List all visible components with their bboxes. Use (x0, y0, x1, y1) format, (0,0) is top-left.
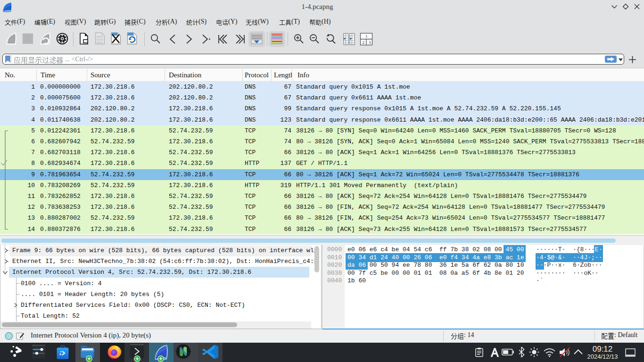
svg-text:0011: 0011 (97, 41, 103, 44)
svg-text:2: 2 (363, 40, 365, 45)
svg-text:1: 1 (365, 34, 368, 39)
svg-text:3: 3 (369, 40, 371, 45)
